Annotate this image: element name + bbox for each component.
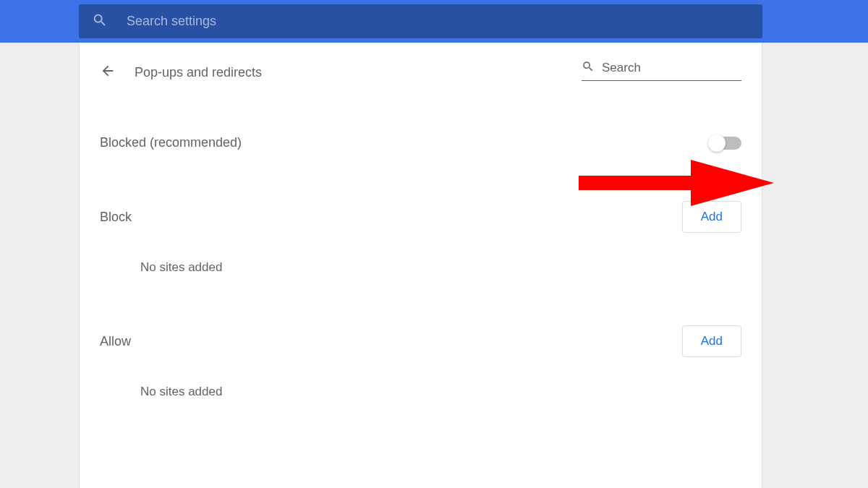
blocked-row: Blocked (recommended): [80, 135, 762, 150]
block-section-title: Block: [100, 210, 132, 225]
block-add-button[interactable]: Add: [682, 201, 741, 233]
top-bar: [0, 0, 868, 43]
toggle-knob: [708, 134, 726, 152]
search-settings-bar[interactable]: [79, 4, 762, 38]
panel-header: Pop-ups and redirects: [80, 43, 762, 82]
panel-search-input[interactable]: [602, 61, 732, 75]
svg-marker-1: [691, 160, 774, 206]
allow-section-header: Allow Add: [100, 325, 741, 357]
allow-section-title: Allow: [100, 334, 131, 349]
search-icon: [92, 12, 108, 31]
blocked-label: Blocked (recommended): [100, 135, 242, 150]
allow-add-button[interactable]: Add: [682, 325, 741, 357]
svg-rect-0: [579, 176, 694, 190]
content-panel: Pop-ups and redirects Blocked (recommend…: [79, 43, 762, 488]
blocked-toggle[interactable]: [710, 137, 741, 150]
page-title: Pop-ups and redirects: [135, 65, 262, 80]
page-background: Pop-ups and redirects Blocked (recommend…: [0, 43, 868, 488]
search-settings-input[interactable]: [127, 14, 561, 29]
back-icon[interactable]: [100, 63, 116, 82]
search-icon: [582, 60, 595, 76]
block-section-header: Block Add: [100, 201, 741, 233]
block-empty-text: No sites added: [140, 260, 741, 275]
allow-empty-text: No sites added: [140, 385, 741, 399]
panel-search[interactable]: [582, 60, 741, 81]
block-section: Block Add No sites added: [80, 201, 762, 275]
allow-section: Allow Add No sites added: [80, 325, 762, 399]
